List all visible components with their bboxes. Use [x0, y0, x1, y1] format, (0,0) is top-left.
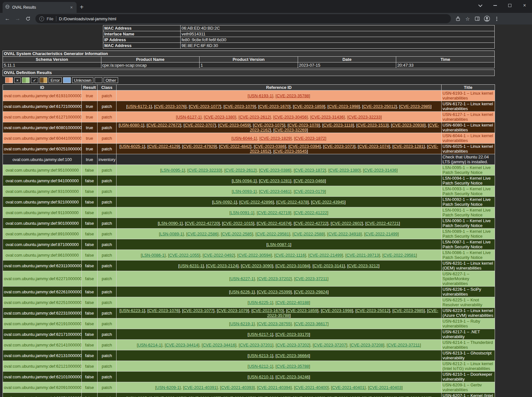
reference-link[interactable]: CVE-2022-2588 [294, 232, 323, 236]
reference-link[interactable]: CVE-2022-3707 [185, 123, 215, 128]
reference-link[interactable]: LSN-0092-1 [213, 200, 236, 204]
reference-link[interactable]: CVE-2023-1281 [394, 144, 424, 149]
window-close-button[interactable]: × [517, 0, 532, 11]
reference-link[interactable]: USN-6213-1 [249, 353, 272, 358]
reference-link[interactable]: CVE-2023-3141 [314, 263, 344, 268]
reference-link[interactable]: CVE-2023-31436 [364, 168, 396, 173]
reference-link[interactable]: CVE-2023-2985 [400, 396, 430, 397]
reference-link[interactable]: CVE-2023-0394 [290, 144, 320, 149]
reference-link[interactable]: CVE-2023-34414 [166, 343, 198, 347]
reference-link[interactable]: CVE-2023-1829 [260, 136, 290, 141]
reference-link[interactable]: CVE-2023-1998 [322, 308, 352, 313]
reference-link[interactable]: CVE-2023-1077 [183, 308, 213, 313]
reference-link[interactable]: CVE-2023-32233 [348, 115, 380, 119]
reference-link[interactable]: CVE-2023-1077 [190, 104, 220, 109]
reference-link[interactable]: CVE-2023-1670 [259, 396, 289, 397]
reference-link[interactable]: CVE-2023-32233 [189, 168, 221, 173]
reference-link[interactable]: CVE-2022-29581 [257, 232, 289, 236]
reference-link[interactable]: CVE-2023-0179 [295, 189, 325, 194]
reference-link[interactable]: CVE-2023-1076 [155, 396, 185, 397]
reference-link[interactable]: USN-6231-1 [179, 263, 202, 268]
reference-link[interactable]: USN-6172-1 [127, 104, 151, 109]
reference-link[interactable]: CVE-2023-37202 [258, 276, 291, 281]
reference-link[interactable]: USN-6226-1 [230, 289, 253, 294]
reference-link[interactable]: CVE-2022-40188 [277, 300, 309, 305]
site-info-icon[interactable]: i [39, 16, 44, 21]
tab-search-chevron-icon[interactable] [473, 0, 488, 11]
reference-link[interactable]: CVE-2023-36617 [295, 321, 327, 326]
reference-link[interactable]: CVE-2023-37202 [277, 343, 309, 347]
reference-link[interactable]: CVE-2023-1380 [330, 168, 359, 173]
reference-link[interactable]: CVE-2023-0386 [255, 144, 285, 149]
reference-link[interactable]: CVE-2023-1513 [358, 123, 387, 128]
reference-link[interactable]: CVE-2023-37208 [351, 343, 383, 347]
reference-link[interactable]: CVE-2021-40403 [369, 385, 401, 390]
reference-link[interactable]: CVE-2023-34246 [277, 374, 309, 379]
reference-link[interactable]: LSN-0093-1 [233, 189, 256, 194]
reference-link[interactable]: CVE-2023-3212 [348, 263, 378, 268]
reference-link[interactable]: CVE-2023-25399 [258, 289, 290, 294]
reference-link[interactable]: CVE-2023-37211 [388, 343, 420, 347]
reference-link[interactable]: CVE-2022-30594 [238, 253, 271, 258]
reference-link[interactable]: CVE-2021-40393 [221, 385, 253, 390]
reference-link[interactable]: CVE-2022-2586 [187, 232, 217, 236]
reference-link[interactable]: CVE-2023-1998 [329, 396, 359, 397]
reference-link[interactable]: CVE-2021-40400 [295, 385, 327, 390]
reference-link[interactable]: CVE-2023-34416 [203, 343, 235, 347]
reference-link[interactable]: CVE-2022-47929 [183, 144, 215, 149]
reference-link[interactable]: CVE-2023-1859 [294, 104, 324, 109]
reference-link[interactable]: CVE-2023-2985 [394, 308, 424, 313]
reference-link[interactable]: CVE-2023-2612 [240, 115, 270, 119]
reference-link[interactable]: CVE-2022-42720 [186, 221, 218, 226]
reference-link[interactable]: CVE-2023-1077 [190, 396, 220, 397]
reference-link[interactable]: CVE-2022-1116 [275, 253, 305, 258]
reference-link[interactable]: CVE-2023-1079 [225, 104, 255, 109]
reference-link[interactable]: CVE-2021-40401 [332, 385, 364, 390]
reference-link[interactable]: CVE-2022-4378 [277, 200, 307, 204]
reference-link[interactable]: CVE-2022-21499 [310, 253, 342, 258]
reference-link[interactable]: CVE-2023-1380 [205, 115, 235, 119]
reference-link[interactable]: CVE-2023-25012 [363, 396, 396, 397]
reference-link[interactable]: USN-6207-1 [127, 396, 151, 397]
reference-link[interactable]: CVE-2023-1074 [359, 144, 389, 149]
reference-link[interactable]: CVE-2023-37201 [240, 343, 272, 347]
reference-link[interactable]: CVE-2023-0386 [260, 168, 290, 173]
reference-link[interactable]: LSN-0089-1 [160, 232, 182, 236]
address-bar[interactable]: i File D:/Downloads/oval-jammy.html [35, 14, 451, 23]
reference-link[interactable]: CVE-2022-42722 [295, 221, 327, 226]
reference-link[interactable]: CVE-2023-1073 [324, 144, 354, 149]
reference-link[interactable]: CVE-2022-42721 [367, 221, 399, 226]
reference-link[interactable]: CVE-2023-1078 [289, 123, 319, 128]
reference-link[interactable]: CVE-2021-40391 [184, 385, 216, 390]
reference-link[interactable]: CVE-2021-39713 [347, 253, 379, 258]
reference-link[interactable]: CVE-2023-35788 [277, 93, 309, 98]
reference-link[interactable]: CVE-2023-31084 [277, 263, 309, 268]
reference-link[interactable]: CVE-2022-2602 [332, 221, 362, 226]
reference-link[interactable]: CVE-2023-35788 [277, 364, 309, 369]
reference-link[interactable]: USN-6025-1 [121, 144, 144, 149]
reference-link[interactable]: CVE-2023-1859 [294, 396, 324, 397]
share-icon[interactable] [453, 14, 462, 23]
reference-link[interactable]: CVE-2022-27672 [148, 123, 180, 128]
reference-link[interactable]: USN-6127-1 [177, 115, 200, 119]
reference-link[interactable]: CVE-2022-29581 [384, 253, 416, 258]
reference-link[interactable]: CVE-2023-1079 [218, 308, 248, 313]
reference-link[interactable]: CVE-2023-1670 [259, 104, 289, 109]
reference-link[interactable]: LSN-0087-1 [267, 242, 290, 247]
reference-link[interactable]: CVE-2023-1859 [287, 308, 317, 313]
reference-link[interactable]: CVE-2022-43945 [312, 200, 344, 204]
window-minimize-button[interactable] [488, 0, 502, 11]
reference-link[interactable]: CVE-2023-0461 [260, 189, 290, 194]
reference-link[interactable]: USN-6212-1 [249, 364, 272, 369]
reference-link[interactable]: LSN-0086-1 [142, 253, 164, 258]
reference-link[interactable]: CVE-2023-28755 [258, 321, 290, 326]
reference-link[interactable]: LSN-0091-1 [230, 210, 253, 215]
reference-link[interactable]: CVE-2023-1079 [225, 396, 255, 397]
side-panel-icon[interactable] [473, 14, 482, 23]
bookmark-star-icon[interactable]: ☆ [463, 14, 472, 23]
reference-link[interactable]: CVE-2022-4842 [220, 144, 250, 149]
reference-link[interactable]: USN-6225-1 [249, 300, 272, 305]
new-tab-button[interactable]: + [80, 4, 84, 10]
reference-link[interactable]: CVE-2023-32269 [275, 128, 307, 132]
reference-link[interactable]: CVE-2023-37207 [314, 343, 346, 347]
